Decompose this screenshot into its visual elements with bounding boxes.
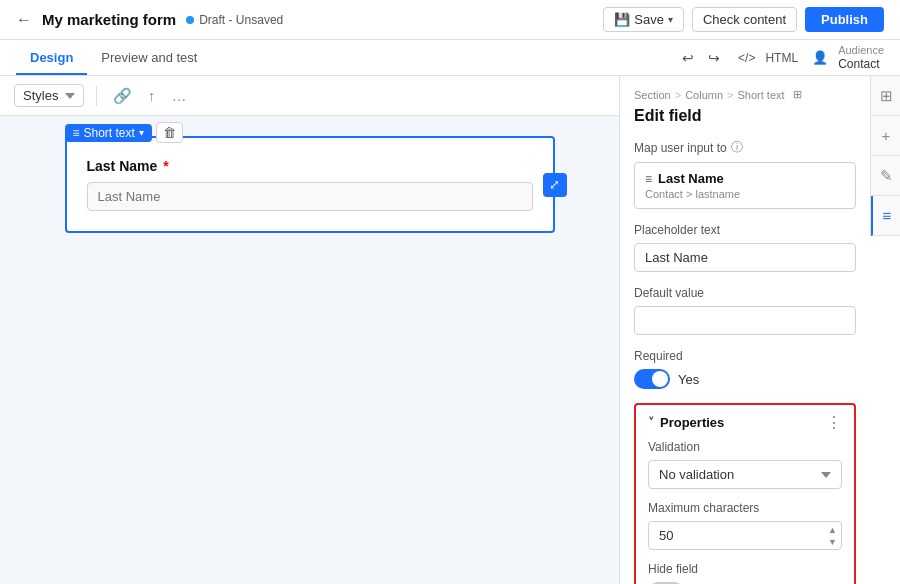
- spinner-down[interactable]: ▼: [827, 536, 838, 547]
- delete-icon: 🗑: [163, 125, 176, 140]
- redo-button[interactable]: ↪: [704, 48, 724, 68]
- side-icons: ⊞ + ✎ ≡: [870, 76, 900, 236]
- spinner-up[interactable]: ▲: [827, 524, 838, 535]
- canvas-area: Styles 🔗 ↑ … ≡ Short text ▾ 🗑: [0, 76, 620, 584]
- map-input-box[interactable]: ≡ Last Name Contact > lastname: [634, 162, 856, 209]
- draft-label: Draft - Unsaved: [199, 13, 283, 27]
- html-group: </> HTML: [734, 49, 798, 67]
- validation-select[interactable]: No validation: [648, 460, 842, 489]
- check-content-button[interactable]: Check content: [692, 7, 797, 32]
- draft-badge: Draft - Unsaved: [186, 13, 283, 27]
- publish-button[interactable]: Publish: [805, 7, 884, 32]
- up-arrow-button[interactable]: ↑: [144, 85, 160, 106]
- field-handle[interactable]: ⤢: [543, 173, 567, 197]
- html-icon[interactable]: </>: [734, 49, 759, 67]
- main-layout: Styles 🔗 ↑ … ≡ Short text ▾ 🗑: [0, 76, 900, 584]
- map-field-icon: ≡: [645, 172, 652, 186]
- audience-label: Audience: [838, 44, 884, 56]
- back-icon: ←: [16, 11, 32, 29]
- required-label: Required: [634, 349, 856, 363]
- save-icon: 💾: [614, 12, 630, 27]
- side-icon-3[interactable]: ✎: [871, 156, 900, 196]
- html-label: HTML: [765, 51, 798, 65]
- map-input-name: ≡ Last Name: [645, 171, 845, 186]
- properties-label: Properties: [660, 415, 724, 430]
- field-type-chevron: ▾: [139, 127, 144, 138]
- field-widget-header: ≡ Short text ▾ 🗑: [65, 122, 183, 143]
- properties-menu-button[interactable]: ⋮: [826, 413, 842, 432]
- required-toggle[interactable]: [634, 369, 670, 389]
- field-type-badge[interactable]: ≡ Short text ▾: [65, 124, 152, 142]
- save-label: Save: [634, 12, 664, 27]
- properties-section: ˅ Properties ⋮ Validation No validation: [634, 403, 856, 584]
- properties-body: Validation No validation Maximum charact…: [636, 440, 854, 584]
- more-options-button[interactable]: …: [168, 85, 191, 106]
- publish-label: Publish: [821, 12, 868, 27]
- placeholder-label: Placeholder text: [634, 223, 856, 237]
- tab-preview[interactable]: Preview and test: [87, 42, 211, 75]
- default-value-label: Default value: [634, 286, 856, 300]
- topbar: ← My marketing form Draft - Unsaved 💾 Sa…: [0, 0, 900, 40]
- breadcrumb-column: Column: [685, 89, 723, 101]
- side-icon-4[interactable]: ≡: [871, 196, 900, 236]
- draft-dot: [186, 16, 194, 24]
- properties-chevron: ˅: [648, 416, 654, 430]
- side-icon-1[interactable]: ⊞: [871, 76, 900, 116]
- edit-field-title: Edit field: [634, 107, 856, 125]
- max-chars-input[interactable]: [648, 521, 842, 550]
- placeholder-input[interactable]: [634, 243, 856, 272]
- field-type-icon: ≡: [73, 126, 80, 140]
- canvas-toolbar: Styles 🔗 ↑ …: [0, 76, 619, 116]
- map-input-path: Contact > lastname: [645, 188, 845, 200]
- field-label: Last Name *: [87, 158, 533, 174]
- audience-group: 👤 Audience Contact: [808, 44, 884, 70]
- audience-value: Contact: [838, 57, 884, 71]
- side-icon-2[interactable]: +: [871, 116, 900, 156]
- check-content-label: Check content: [703, 12, 786, 27]
- right-panel: Section > Column > Short text ⊞ Edit fie…: [620, 76, 900, 584]
- tabbar-tabs: Design Preview and test: [16, 42, 211, 74]
- caret-icon: ▾: [668, 14, 673, 25]
- topbar-right: 💾 Save ▾ Check content Publish: [603, 7, 884, 32]
- tabbar: Design Preview and test ↩ ↪ </> HTML 👤 A…: [0, 40, 900, 76]
- save-button[interactable]: 💾 Save ▾: [603, 7, 684, 32]
- required-star: *: [163, 158, 168, 174]
- map-user-input-label: Map user input to ⓘ: [634, 139, 856, 156]
- undo-button[interactable]: ↩: [678, 48, 698, 68]
- undo-redo-group: ↩ ↪: [678, 48, 724, 68]
- right-panel-inner: Section > Column > Short text ⊞ Edit fie…: [620, 76, 900, 584]
- required-yes-label: Yes: [678, 372, 699, 387]
- required-toggle-row: Yes: [634, 369, 856, 389]
- back-button[interactable]: ←: [16, 11, 32, 29]
- topbar-left: ← My marketing form Draft - Unsaved: [16, 11, 283, 29]
- field-type-label: Short text: [84, 126, 135, 140]
- audience-info: Audience Contact: [838, 44, 884, 70]
- canvas-content: ≡ Short text ▾ 🗑 Last Name * ⤢: [0, 116, 619, 584]
- toolbar-separator: [96, 86, 97, 106]
- field-delete-button[interactable]: 🗑: [156, 122, 183, 143]
- breadcrumb-section: Section: [634, 89, 671, 101]
- page-title: My marketing form: [42, 11, 176, 28]
- hide-field-label: Hide field: [648, 562, 842, 576]
- properties-header[interactable]: ˅ Properties ⋮: [636, 405, 854, 440]
- max-chars-label: Maximum characters: [648, 501, 842, 515]
- tabbar-right-icons: ↩ ↪ </> HTML 👤 Audience Contact: [678, 44, 884, 70]
- breadcrumb: Section > Column > Short text ⊞: [634, 88, 856, 101]
- field-preview-input[interactable]: [87, 182, 533, 211]
- max-chars-wrapper: ▲ ▼: [648, 521, 842, 550]
- default-value-input[interactable]: [634, 306, 856, 335]
- tab-design[interactable]: Design: [16, 42, 87, 75]
- validation-label: Validation: [648, 440, 842, 454]
- breadcrumb-grid-icon[interactable]: ⊞: [793, 88, 802, 101]
- field-widget: ≡ Short text ▾ 🗑 Last Name * ⤢: [65, 136, 555, 233]
- link-button[interactable]: 🔗: [109, 85, 136, 107]
- audience-icon[interactable]: 👤: [808, 48, 832, 67]
- breadcrumb-short-text: Short text: [737, 89, 784, 101]
- styles-select[interactable]: Styles: [14, 84, 84, 107]
- max-chars-spinners: ▲ ▼: [827, 524, 838, 547]
- info-icon[interactable]: ⓘ: [731, 139, 743, 156]
- properties-header-left: ˅ Properties: [648, 415, 724, 430]
